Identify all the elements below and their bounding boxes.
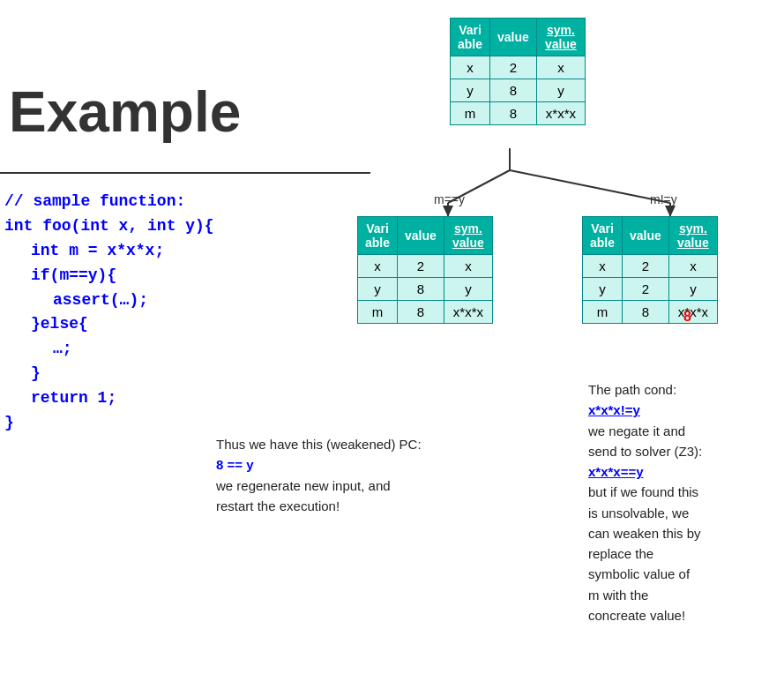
code-line-3: if(m==y){ bbox=[4, 264, 214, 288]
left-table-header-value: value bbox=[398, 217, 444, 255]
top-table-cell-x-sym: x bbox=[536, 56, 585, 79]
page-title: Example bbox=[9, 79, 241, 145]
divider bbox=[0, 172, 370, 174]
left-table-header-var: Variable bbox=[358, 217, 398, 255]
right-table-cell-x-val: 2 bbox=[623, 255, 669, 278]
right-table-row-y: y 2 y bbox=[583, 278, 718, 301]
right-table-cell-m-var: m bbox=[583, 301, 623, 324]
left-table-header-sym: sym.value bbox=[444, 217, 492, 255]
left-table-row-x: x 2 x bbox=[358, 255, 493, 278]
right-table-cell-y-val: 2 bbox=[623, 278, 669, 301]
top-table-header-value: value bbox=[490, 19, 537, 56]
left-table-cell-m-sym: x*x*x bbox=[444, 301, 492, 324]
code-line-7: } bbox=[4, 362, 214, 386]
branch-label-right: m!=y bbox=[650, 192, 677, 206]
right-table-cell-x-sym: x bbox=[668, 255, 717, 278]
left-table: Variable value sym.value x 2 x y 8 y m 8… bbox=[357, 216, 493, 324]
top-table-row-y: y 8 y bbox=[451, 79, 586, 102]
left-table-cell-x-var: x bbox=[358, 255, 398, 278]
top-table-cell-m-sym: x*x*x bbox=[536, 102, 585, 125]
code-line-2: int m = x*x*x; bbox=[4, 239, 214, 264]
code-block: // sample function: int foo(int x, int y… bbox=[4, 190, 214, 436]
left-text-intro: Thus we have this (weakened) PC: bbox=[216, 437, 422, 452]
top-table-header-sym: sym.value bbox=[536, 19, 585, 56]
right-table-header-sym: sym.value bbox=[668, 217, 717, 255]
right-text-intro: The path cond: bbox=[588, 382, 676, 397]
top-table-cell-x-var: x bbox=[451, 56, 490, 79]
right-table-cell-x-var: x bbox=[583, 255, 623, 278]
right-text-pc2: x*x*x==y bbox=[588, 464, 644, 479]
code-line-8: return 1; bbox=[4, 386, 214, 411]
right-table-header-value: value bbox=[623, 217, 669, 255]
left-table-cell-m-val: 8 bbox=[398, 301, 444, 324]
right-table-row-x: x 2 x bbox=[583, 255, 718, 278]
left-table-cell-x-val: 2 bbox=[398, 255, 444, 278]
left-text-block: Thus we have this (weakened) PC: 8 == y … bbox=[216, 434, 422, 516]
left-table-cell-x-sym: x bbox=[444, 255, 492, 278]
top-table-cell-m-var: m bbox=[451, 102, 490, 125]
right-table-cell-y-sym: y bbox=[668, 278, 717, 301]
right-text-block: The path cond: x*x*x!=y we negate it and… bbox=[588, 379, 778, 625]
right-text-pc1: x*x*x!=y bbox=[588, 402, 640, 417]
code-line-4: assert(…); bbox=[4, 288, 214, 313]
top-table-header-var: Variable bbox=[451, 19, 490, 56]
left-table-cell-y-var: y bbox=[358, 278, 398, 301]
code-comment: // sample function: bbox=[4, 190, 214, 214]
top-table-cell-y-sym: y bbox=[536, 79, 585, 102]
left-table-cell-m-var: m bbox=[358, 301, 398, 324]
top-table-cell-y-var: y bbox=[451, 79, 490, 102]
left-table-cell-y-val: 8 bbox=[398, 278, 444, 301]
left-table-row-m: m 8 x*x*x bbox=[358, 301, 493, 324]
branch-label-left: m==y bbox=[434, 192, 465, 206]
left-text-pc: 8 == y bbox=[216, 457, 254, 472]
right-text-line2: we negate it andsend to solver (Z3): bbox=[588, 423, 702, 459]
top-table-cell-x-val: 2 bbox=[490, 56, 537, 79]
left-table-cell-y-sym: y bbox=[444, 278, 492, 301]
code-line-1: int foo(int x, int y){ bbox=[4, 214, 214, 239]
top-table-cell-y-val: 8 bbox=[490, 79, 537, 102]
left-table-row-y: y 8 y bbox=[358, 278, 493, 301]
right-table-header-var: Variable bbox=[583, 217, 623, 255]
svg-line-3 bbox=[510, 170, 670, 203]
top-table-row-x: x 2 x bbox=[451, 56, 586, 79]
right-text-body: but if we found thisis unsolvable, wecan… bbox=[588, 484, 701, 623]
code-line-5: }else{ bbox=[4, 312, 214, 337]
right-table-cell-y-var: y bbox=[583, 278, 623, 301]
left-text-body: we regenerate new input, andrestart the … bbox=[216, 478, 391, 513]
top-table-cell-m-val: 8 bbox=[490, 102, 537, 125]
red-number-8: 8 bbox=[683, 309, 691, 325]
right-table-row-m: m 8 x*x*x bbox=[583, 301, 718, 324]
right-table-cell-m-sym: x*x*x bbox=[668, 301, 717, 324]
right-table-cell-m-val: 8 bbox=[623, 301, 669, 324]
code-line-6: …; bbox=[4, 337, 214, 362]
code-line-9: } bbox=[4, 411, 214, 436]
right-table: Variable value sym.value x 2 x y 2 y m 8… bbox=[582, 216, 718, 324]
top-table: Variable value sym.value x 2 x y 8 y m 8… bbox=[450, 18, 586, 125]
top-table-row-m: m 8 x*x*x bbox=[451, 102, 586, 125]
